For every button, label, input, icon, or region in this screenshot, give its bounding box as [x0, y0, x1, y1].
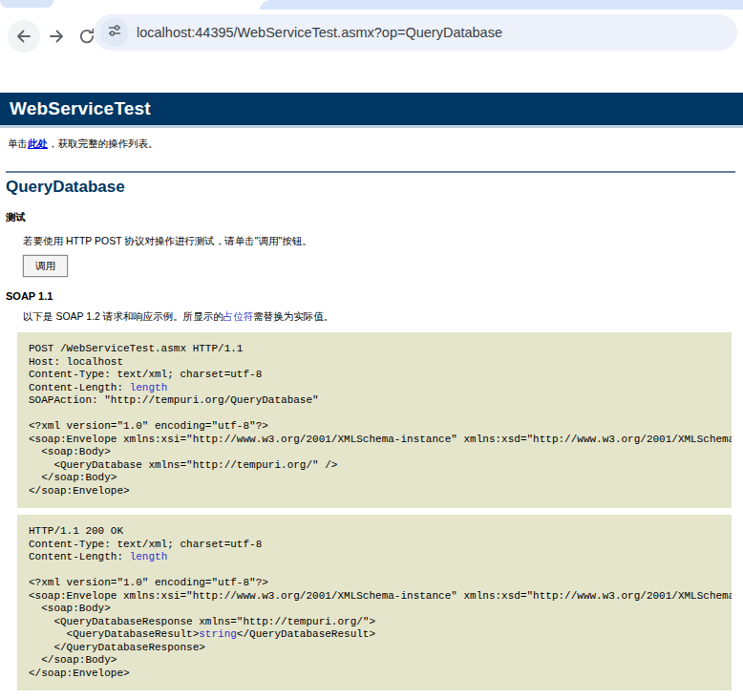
back-button[interactable]	[8, 20, 40, 53]
site-settings-button[interactable]	[100, 18, 129, 47]
placeholder-value: length	[130, 551, 168, 562]
band-underline	[0, 125, 743, 128]
soap11-heading: SOAP 1.1	[6, 290, 743, 302]
test-instruction: 若要使用 HTTP POST 协议对操作进行测试，请单击"调用"按钮。	[23, 235, 743, 248]
placeholder-value: string	[199, 628, 237, 640]
inactive-tab-edge[interactable]	[0, 0, 53, 8]
service-header-band: WebServiceTest	[0, 93, 743, 125]
placeholder-value: length	[130, 382, 168, 393]
intro-after: ，获取完整的操作列表。	[48, 138, 159, 149]
url-text[interactable]: localhost:44395/WebServiceTest.asmx?op=Q…	[137, 25, 502, 40]
soap-desc-after: 需替换为实际值。	[253, 310, 333, 322]
forward-button[interactable]	[40, 20, 73, 53]
intro-before: 单击	[8, 138, 28, 149]
operation-title: QueryDatabase	[6, 178, 743, 197]
invoke-button[interactable]: 调用	[23, 255, 68, 277]
back-arrow-icon	[14, 27, 33, 46]
soap-desc-before: 以下是 SOAP 1.2 请求和响应示例。所显示的	[23, 310, 223, 322]
site-settings-sliders-icon	[107, 23, 122, 42]
divider-rule	[6, 171, 735, 173]
service-title: WebServiceTest	[0, 98, 151, 119]
soap-response-sample: HTTP/1.1 200 OK Content-Type: text/xml; …	[17, 515, 732, 690]
soap11-description: 以下是 SOAP 1.2 请求和响应示例。所显示的占位符需替换为实际值。	[23, 310, 743, 324]
operations-list-link[interactable]: 此处	[28, 138, 48, 149]
browser-toolbar: localhost:44395/WebServiceTest.asmx?op=Q…	[0, 10, 743, 53]
browser-window: localhost:44395/WebServiceTest.asmx?op=Q…	[0, 0, 743, 700]
address-bar[interactable]: localhost:44395/WebServiceTest.asmx?op=Q…	[94, 14, 737, 51]
operations-list-line: 单击此处，获取完整的操作列表。	[8, 138, 743, 151]
forward-arrow-icon	[47, 27, 66, 46]
test-heading: 测试	[6, 211, 743, 224]
soap-desc-placeholder-word: 占位符	[223, 310, 254, 322]
soap-request-sample: POST /WebServiceTest.asmx HTTP/1.1 Host:…	[17, 332, 732, 508]
tab-strip	[0, 0, 743, 10]
page-content: WebServiceTest 单击此处，获取完整的操作列表。 QueryData…	[0, 93, 743, 700]
